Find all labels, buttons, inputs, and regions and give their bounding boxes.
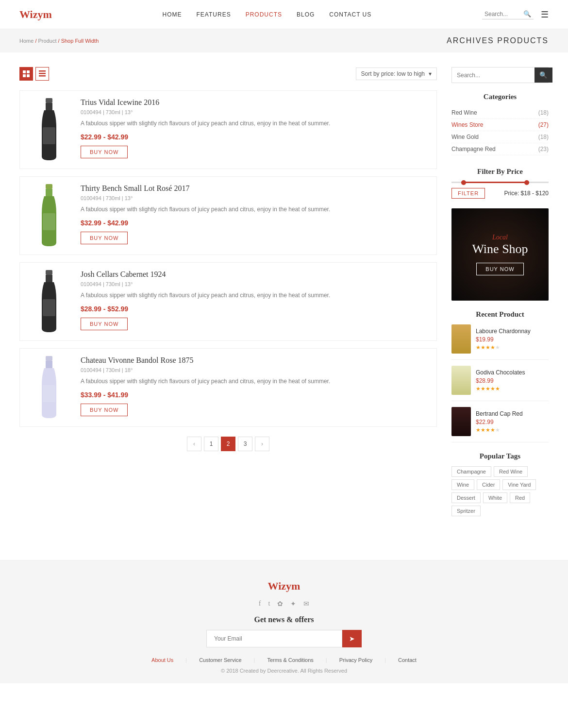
- nav-blog[interactable]: BLOG: [297, 11, 315, 18]
- instagram-icon[interactable]: ✿: [277, 600, 283, 608]
- header-search-input[interactable]: [484, 11, 523, 17]
- chevron-down-icon: ▾: [429, 70, 432, 77]
- filter-button[interactable]: FILTER: [451, 188, 485, 199]
- recent-products-section: Recent Product Laboure Chardonnay $19.99…: [451, 310, 549, 442]
- category-count: (23): [538, 146, 549, 152]
- page-button-3[interactable]: 3: [238, 437, 252, 451]
- footer-link-divider: |: [384, 657, 386, 663]
- nav-products[interactable]: PRODUCTS: [246, 11, 282, 18]
- category-link[interactable]: Wines Store: [451, 121, 483, 128]
- popular-tags-section: Popular Tags ChampagneRed WineWineCiderV…: [451, 452, 549, 516]
- svg-rect-4: [39, 70, 46, 72]
- footer-link-divider: |: [185, 657, 187, 663]
- svg-rect-10: [43, 213, 55, 230]
- page-button-1[interactable]: 1: [204, 437, 218, 451]
- bottle-icon: [37, 184, 61, 247]
- footer-link[interactable]: Customer Service: [199, 657, 241, 663]
- svg-rect-9: [46, 184, 52, 189]
- list-view-button[interactable]: [35, 67, 49, 81]
- tag[interactable]: Cider: [477, 479, 500, 490]
- logo-text: izym: [30, 8, 52, 20]
- footer: Wizym f t ✿ ✦ ✉ Get news & offers ➤ Abou…: [0, 560, 568, 683]
- category-link[interactable]: Wine Gold: [451, 134, 479, 140]
- buy-now-button[interactable]: BUY NOW: [81, 404, 128, 416]
- footer-logo[interactable]: Wizym: [19, 580, 549, 593]
- product-rating: ★★★★★: [476, 344, 549, 351]
- subscribe-button[interactable]: ➤: [342, 630, 362, 647]
- main-container: Sort by price: low to high ▾ Trius Vidal…: [0, 52, 568, 541]
- product-description: A fabulous sipper with slightly rich fla…: [81, 119, 429, 128]
- recent-product-price: $19.99: [476, 336, 549, 343]
- recent-products-title: Recent Product: [451, 310, 549, 319]
- header-search[interactable]: 🔍: [482, 9, 534, 19]
- buy-now-button[interactable]: BUY NOW: [81, 232, 128, 244]
- footer-link[interactable]: Privacy Policy: [339, 657, 372, 663]
- page-title: ARCHIVES PRODUCTS: [447, 36, 549, 45]
- category-link[interactable]: Red Wine: [451, 109, 477, 116]
- tag[interactable]: Red: [510, 492, 530, 503]
- wine-local-text: Local: [472, 234, 528, 241]
- header: Wizym HOME FEATURES PRODUCTS BLOG CONTAC…: [0, 0, 568, 29]
- grid-view-button[interactable]: [19, 67, 33, 81]
- product-card: Thirty Bench Small Lot Rosé 2017 0100494…: [19, 176, 437, 255]
- hamburger-icon[interactable]: ☰: [541, 9, 549, 20]
- breadcrumb-home[interactable]: Home: [19, 38, 33, 44]
- page-button-2[interactable]: 2: [221, 437, 235, 451]
- prev-page-button[interactable]: ‹: [187, 437, 201, 451]
- svg-rect-3: [27, 74, 30, 77]
- header-right: 🔍 ☰: [482, 9, 549, 20]
- footer-links: About Us|Customer Service|Terms & Condit…: [19, 657, 549, 663]
- facebook-icon[interactable]: f: [259, 600, 261, 608]
- product-price: $28.99 - $52.99: [81, 305, 429, 313]
- product-meta: 0100494 | 730ml | 13°: [81, 195, 429, 201]
- nav-contact[interactable]: CONTACT US: [329, 11, 371, 18]
- search-icon: 🔍: [523, 10, 531, 18]
- tag[interactable]: Vine Yard: [502, 479, 536, 490]
- sidebar-search-input[interactable]: [452, 68, 535, 83]
- recent-product-image: [451, 324, 471, 354]
- recent-product-price: $22.99: [476, 419, 549, 425]
- footer-link[interactable]: Contact: [398, 657, 417, 663]
- sidebar-search[interactable]: 🔍: [451, 67, 549, 83]
- wine-shop-text: Wine Shop: [472, 241, 528, 256]
- buy-now-button[interactable]: BUY NOW: [81, 146, 128, 158]
- recent-product-price: $28.99: [476, 377, 549, 384]
- tag[interactable]: Red Wine: [494, 466, 528, 477]
- list-item: Champagne Red (23): [451, 143, 549, 155]
- pinterest-icon[interactable]: ✦: [290, 600, 296, 608]
- tag[interactable]: White: [483, 492, 507, 503]
- category-link[interactable]: Champagne Red: [451, 146, 496, 152]
- main-nav: HOME FEATURES PRODUCTS BLOG CONTACT US: [163, 11, 372, 18]
- breadcrumb-product[interactable]: Product: [38, 38, 57, 44]
- product-list: Trius Vidal Icewine 2016 0100494 | 730ml…: [19, 90, 437, 427]
- product-description: A fabulous sipper with slightly rich fla…: [81, 377, 429, 386]
- email-icon[interactable]: ✉: [303, 600, 309, 608]
- wine-buy-button[interactable]: BUY NOW: [476, 263, 523, 275]
- price-range-bar[interactable]: [451, 182, 549, 183]
- footer-link[interactable]: Terms & Conditions: [267, 657, 313, 663]
- email-subscription-row: ➤: [19, 630, 549, 647]
- sort-dropdown[interactable]: Sort by price: low to high ▾: [356, 68, 437, 80]
- product-image: [27, 184, 71, 247]
- next-page-button[interactable]: ›: [255, 437, 269, 451]
- tag[interactable]: Dessert: [451, 492, 481, 503]
- price-handle-right[interactable]: [524, 180, 529, 185]
- buy-now-button[interactable]: BUY NOW: [81, 318, 128, 330]
- tag[interactable]: Champagne: [451, 466, 491, 477]
- sidebar-search-button[interactable]: 🔍: [535, 68, 552, 83]
- twitter-icon[interactable]: t: [268, 600, 270, 608]
- logo[interactable]: Wizym: [19, 8, 52, 21]
- price-handle-left[interactable]: [461, 180, 466, 185]
- list-item: Wine Gold (18): [451, 131, 549, 143]
- email-input[interactable]: [206, 630, 342, 647]
- product-card: Trius Vidal Icewine 2016 0100494 | 730ml…: [19, 90, 437, 169]
- tag[interactable]: Wine: [451, 479, 474, 490]
- footer-link[interactable]: About Us: [151, 657, 173, 663]
- tag[interactable]: Spritzer: [451, 506, 481, 516]
- toolbar: Sort by price: low to high ▾: [19, 67, 437, 81]
- bottle-icon: [37, 98, 61, 161]
- recent-product-name: Laboure Chardonnay: [476, 328, 549, 335]
- nav-home[interactable]: HOME: [163, 11, 182, 18]
- product-card: Josh Cellars Cabernet 1924 0100494 | 730…: [19, 262, 437, 341]
- nav-features[interactable]: FEATURES: [197, 11, 231, 18]
